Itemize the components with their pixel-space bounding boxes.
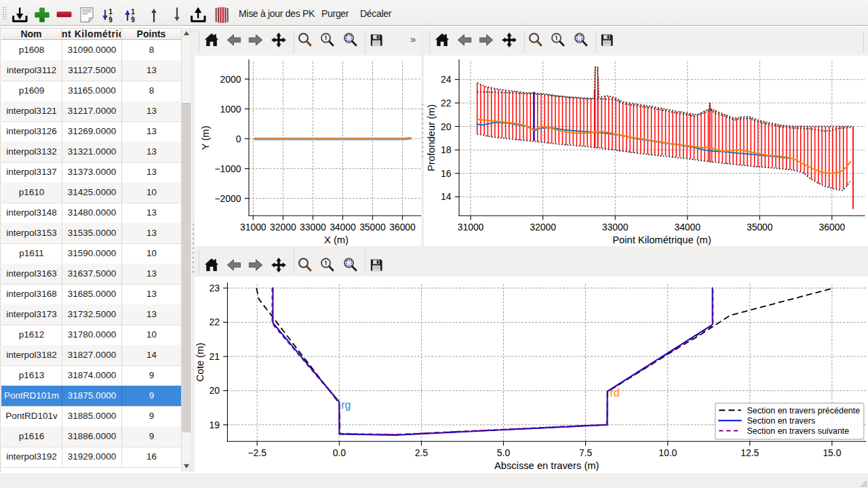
svg-text:36000: 36000: [819, 222, 846, 232]
svg-text:22: 22: [441, 98, 452, 108]
svg-text:Abscisse en travers (m): Abscisse en travers (m): [494, 460, 599, 471]
svg-text:32000: 32000: [270, 222, 296, 232]
svg-text:18: 18: [441, 144, 452, 155]
svg-text:1000: 1000: [220, 104, 241, 115]
svg-text:35000: 35000: [359, 222, 386, 232]
svg-text:23: 23: [209, 283, 220, 293]
svg-text:Profondeur (m): Profondeur (m): [426, 104, 437, 171]
svg-text:rg: rg: [341, 399, 351, 411]
svg-text:0: 0: [236, 134, 241, 144]
svg-text:31000: 31000: [240, 222, 267, 232]
svg-text:X (m): X (m): [324, 235, 349, 245]
svg-text:Y (m): Y (m): [200, 125, 211, 150]
svg-text:0.0: 0.0: [333, 447, 347, 458]
svg-text:2000: 2000: [220, 74, 241, 85]
svg-text:−2000: −2000: [214, 193, 241, 204]
svg-text:14: 14: [441, 191, 452, 202]
svg-text:22: 22: [209, 317, 220, 327]
svg-text:12.5: 12.5: [741, 447, 759, 458]
svg-text:35000: 35000: [747, 222, 773, 232]
svg-text:Section en travers: Section en travers: [747, 416, 815, 426]
svg-text:36000: 36000: [389, 222, 416, 232]
svg-text:Cote (m): Cote (m): [195, 343, 205, 382]
svg-text:32000: 32000: [530, 222, 556, 232]
svg-text:20: 20: [441, 121, 452, 132]
svg-text:rd: rd: [610, 387, 619, 399]
svg-text:2.5: 2.5: [415, 447, 429, 458]
svg-text:19: 19: [209, 420, 220, 430]
svg-text:31000: 31000: [458, 222, 484, 232]
svg-text:16: 16: [441, 168, 452, 179]
svg-text:5.0: 5.0: [497, 447, 511, 458]
svg-text:Section en travers suivante: Section en travers suivante: [747, 426, 849, 436]
svg-text:15.0: 15.0: [823, 447, 841, 458]
svg-text:Section en travers précédente: Section en travers précédente: [747, 406, 860, 415]
svg-text:10.0: 10.0: [658, 447, 677, 458]
svg-text:33000: 33000: [300, 222, 326, 232]
svg-text:Point Kilométrique (m): Point Kilométrique (m): [612, 235, 711, 245]
svg-text:−1000: −1000: [214, 163, 241, 174]
svg-text:7.5: 7.5: [579, 447, 593, 458]
svg-text:33000: 33000: [602, 222, 629, 232]
svg-text:−2.5: −2.5: [248, 447, 267, 458]
svg-text:34000: 34000: [674, 222, 701, 232]
svg-text:34000: 34000: [330, 222, 356, 232]
svg-text:20: 20: [209, 385, 220, 396]
svg-text:21: 21: [209, 351, 220, 362]
svg-text:24: 24: [441, 74, 452, 85]
